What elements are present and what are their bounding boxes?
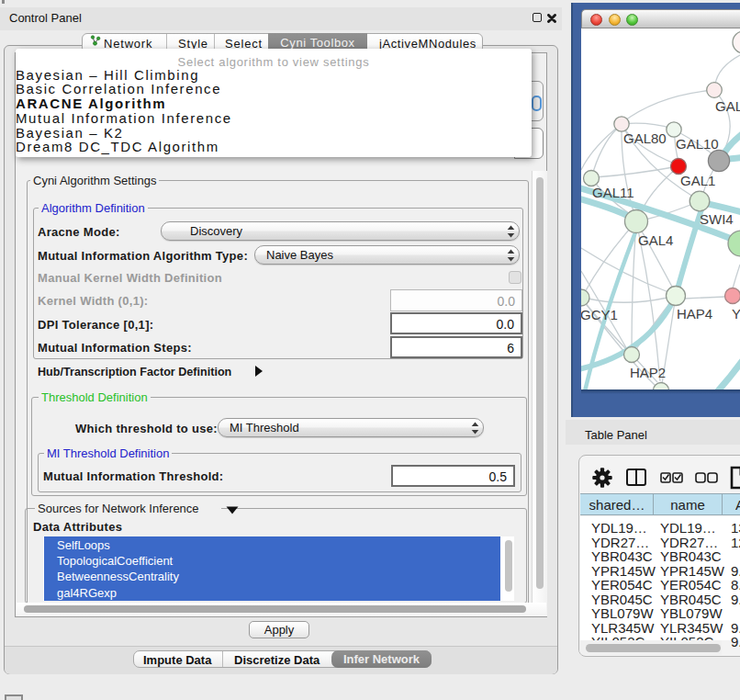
svg-text:GAL10: GAL10 xyxy=(676,136,719,152)
svg-text:GAL1: GAL1 xyxy=(680,173,715,188)
svg-text:Y: Y xyxy=(732,306,740,322)
svg-text:SWI4: SWI4 xyxy=(700,211,734,227)
svg-text:GAL4: GAL4 xyxy=(638,232,673,248)
svg-text:GAL11: GAL11 xyxy=(592,185,634,200)
svg-text:GCY1: GCY1 xyxy=(581,307,618,322)
svg-text:HAP4: HAP4 xyxy=(677,306,712,322)
svg-text:GAL: GAL xyxy=(715,98,740,114)
svg-text:HAP2: HAP2 xyxy=(630,365,666,380)
svg-text:GAL80: GAL80 xyxy=(623,130,667,146)
